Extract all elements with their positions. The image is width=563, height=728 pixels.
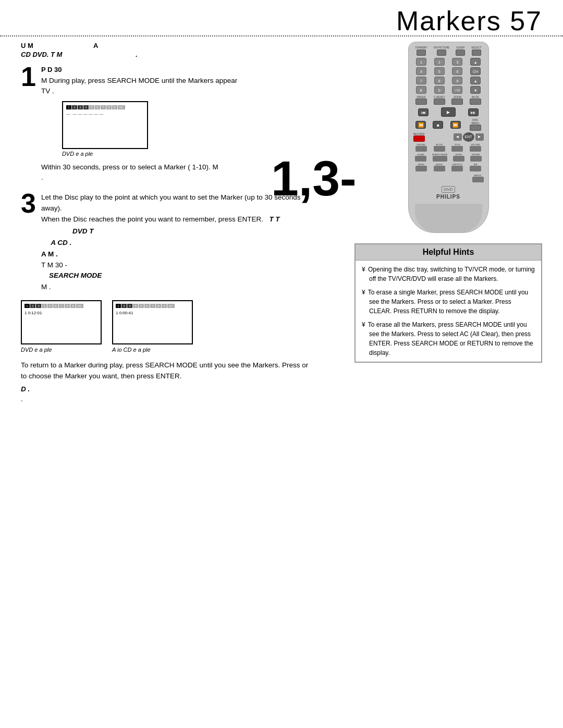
btn-0[interactable]: 0: [434, 86, 445, 94]
btn-3[interactable]: 3: [452, 58, 462, 66]
large-step-number: 1,3-: [271, 154, 357, 203]
btn-vol-up[interactable]: ▲: [470, 77, 481, 84]
step3-dvd: DVD T: [72, 225, 310, 238]
tv-screens-row: 1 2 3 4 5 6 7 8 9 AC 1 0:12:01 1 2: [21, 300, 310, 344]
btn-5[interactable]: 5: [434, 67, 445, 75]
btn-9[interactable]: 9: [452, 77, 462, 84]
clear-btn[interactable]: [415, 156, 426, 162]
cd-dvd-line: CD DVD. T M .: [21, 51, 310, 58]
mute-btn[interactable]: [470, 98, 481, 105]
step1-text: M During play, press SEARCH MODE until t…: [41, 76, 310, 97]
um-text: U M: [21, 42, 33, 50]
setup-btn[interactable]: [434, 146, 445, 152]
creset-btn[interactable]: [434, 98, 445, 105]
tv-captions-row: DVD e a ple A io CD e a ple: [21, 347, 310, 353]
menu-row: DISPLAY SETUP TITLE RETURN: [412, 143, 485, 152]
step1-content: P D 30 M During play, press SEARCH MODE …: [41, 66, 310, 183]
hint-3: ¥ To erase all the Markers, press SEARCH…: [362, 320, 535, 357]
step3-block: 3 Let the Disc play to the point at whic…: [21, 192, 310, 291]
searchmode-btn[interactable]: [433, 156, 447, 162]
reset-btn[interactable]: [453, 156, 464, 162]
btn-prev[interactable]: ⏮: [418, 108, 429, 116]
ab-btn[interactable]: [470, 166, 481, 171]
step3-number: 3: [21, 192, 36, 217]
on-picture-btn[interactable]: [437, 50, 446, 56]
btn-pause[interactable]: ⏸: [416, 86, 426, 94]
step1-block: 1 P D 30 M During play, press SEARCH MOD…: [21, 66, 310, 183]
btn-6[interactable]: 6: [452, 67, 462, 75]
btn-stop[interactable]: ■: [433, 121, 443, 129]
rewind-row: ⏪ ■ ⏩ DISCMENU: [412, 118, 485, 131]
yen-3: ¥: [362, 321, 365, 328]
record-btn[interactable]: [413, 135, 425, 142]
helpful-hints-body: ¥ Opening the disc tray, switching to TV…: [356, 261, 541, 362]
nav-right[interactable]: ►: [475, 133, 484, 141]
tv-screen-1: 1 2 3 4 5 6 7 8 9 AC — — — — — — —: [62, 101, 148, 149]
nav-left[interactable]: ◄: [454, 133, 462, 141]
btn-plus10[interactable]: +10: [452, 86, 462, 94]
step1-subtext: Within 30 seconds, press or to select a …: [41, 162, 310, 183]
speed-btn[interactable]: [415, 98, 427, 105]
audio-btn[interactable]: [434, 166, 445, 171]
btn-ch[interactable]: CH: [470, 67, 481, 75]
helpful-hints-box: Helpful Hints ¥ Opening the disc tray, s…: [354, 243, 542, 363]
tv-caption-right: A io CD e a ple: [112, 347, 193, 353]
step3-t-m: T M 30 -: [41, 260, 310, 270]
tv-screen-right: 1 2 3 4 5 6 7 8 9 AC 1 0:00:41: [112, 300, 193, 344]
marker-bar-left: 1 2 3 4 5 6 7 8 9 AC: [25, 304, 98, 308]
dvd-logo: DVD: [412, 184, 485, 192]
btn-2[interactable]: 2: [434, 58, 445, 66]
btn-4[interactable]: 4: [416, 67, 426, 75]
step3-m: M .: [41, 283, 310, 291]
step3-content: Let the Disc play to the point at which …: [41, 192, 310, 291]
return-btn[interactable]: [470, 146, 481, 152]
clear-row: CLEAR SEARCH MODE RESET REPEAT: [412, 153, 485, 162]
hint-2: ¥ To erase a single Marker, press SEARCH…: [362, 288, 535, 316]
angle-row: ANGLE: [412, 174, 485, 182]
btn-next[interactable]: ⏭: [468, 108, 479, 116]
step1-number: 1: [21, 66, 36, 90]
remote-grip: [415, 204, 482, 232]
angle-btn[interactable]: [472, 177, 484, 182]
title-btn[interactable]: [451, 146, 463, 152]
step3-a-cd: A CD .: [41, 238, 310, 248]
helpful-hints-title: Helpful Hints: [356, 244, 541, 261]
remote-control: STANDBY ON PICTURE SLEEP SELECT: [408, 42, 489, 233]
btn-8[interactable]: 8: [434, 77, 445, 84]
speed-row: SPEED C.RESET ZOOM MUTE: [412, 95, 485, 105]
btn-ff[interactable]: ⏩: [450, 121, 461, 129]
select-btn[interactable]: [472, 50, 481, 56]
step3-search-mode: SEARCH MODE: [41, 270, 310, 281]
brand-name: PHILIPS: [412, 194, 485, 200]
d-period: D .: [21, 385, 310, 393]
btn-vol-down[interactable]: ▼: [470, 86, 481, 94]
display-btn[interactable]: [415, 146, 427, 152]
sleep-btn[interactable]: [456, 50, 465, 56]
transport-row: ⏮ ▶ ⏭: [412, 107, 485, 117]
screen-dashes: — — — — — — —: [66, 112, 144, 116]
subtitle-btn[interactable]: [451, 166, 463, 171]
nav-enter[interactable]: ENT: [463, 132, 474, 142]
tv-right-time: 1 0:00:41: [116, 311, 189, 315]
final-period: .: [21, 395, 310, 403]
btn-play[interactable]: ▶: [441, 107, 456, 117]
repeat-btn[interactable]: [470, 156, 482, 162]
num-row-3: 7 8 9 ▲: [412, 77, 485, 84]
page-title: Markers 57: [396, 5, 542, 36]
zoom-btn[interactable]: [451, 98, 463, 105]
right-column: STANDBY ON PICTURE SLEEP SELECT: [354, 42, 542, 363]
btn-7[interactable]: 7: [416, 77, 426, 84]
mode-btn[interactable]: [415, 166, 427, 171]
btn-1[interactable]: 1: [416, 58, 426, 66]
marker-bar: 1 2 3 4 5 6 7 8 9 AC: [66, 105, 144, 109]
standby-btn[interactable]: [417, 50, 426, 56]
btn-rw[interactable]: ⏪: [415, 121, 426, 129]
mode-row: MODE AUDIO SUBTITLE A/B: [412, 163, 485, 171]
tv-left-time: 1 0:12:01: [25, 311, 98, 315]
yen-2: ¥: [362, 289, 365, 296]
tv-caption-left: DVD e a ple: [21, 347, 102, 353]
step3-text: Let the Disc play to the point at which …: [41, 192, 310, 225]
btn-ch-up[interactable]: ▲: [470, 58, 481, 66]
using-markers-heading: U M A: [21, 42, 310, 50]
disc-menu-btn[interactable]: [470, 125, 481, 131]
